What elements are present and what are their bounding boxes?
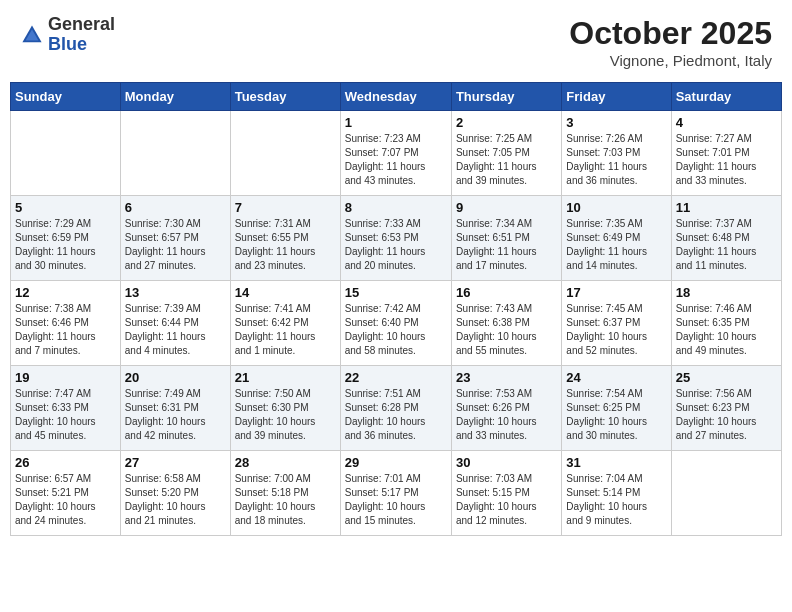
weekday-header: Sunday (11, 83, 121, 111)
weekday-row: SundayMondayTuesdayWednesdayThursdayFrid… (11, 83, 782, 111)
day-number: 16 (456, 285, 557, 300)
calendar-cell: 28Sunrise: 7:00 AM Sunset: 5:18 PM Dayli… (230, 451, 340, 536)
calendar-cell (120, 111, 230, 196)
calendar-cell: 10Sunrise: 7:35 AM Sunset: 6:49 PM Dayli… (562, 196, 671, 281)
day-number: 8 (345, 200, 447, 215)
day-info: Sunrise: 7:33 AM Sunset: 6:53 PM Dayligh… (345, 217, 447, 273)
calendar-cell: 3Sunrise: 7:26 AM Sunset: 7:03 PM Daylig… (562, 111, 671, 196)
day-number: 11 (676, 200, 777, 215)
calendar-cell: 4Sunrise: 7:27 AM Sunset: 7:01 PM Daylig… (671, 111, 781, 196)
calendar-cell: 30Sunrise: 7:03 AM Sunset: 5:15 PM Dayli… (451, 451, 561, 536)
day-number: 28 (235, 455, 336, 470)
calendar-cell: 31Sunrise: 7:04 AM Sunset: 5:14 PM Dayli… (562, 451, 671, 536)
day-number: 20 (125, 370, 226, 385)
day-info: Sunrise: 7:41 AM Sunset: 6:42 PM Dayligh… (235, 302, 336, 358)
calendar-cell: 16Sunrise: 7:43 AM Sunset: 6:38 PM Dayli… (451, 281, 561, 366)
calendar-cell: 13Sunrise: 7:39 AM Sunset: 6:44 PM Dayli… (120, 281, 230, 366)
calendar-cell: 29Sunrise: 7:01 AM Sunset: 5:17 PM Dayli… (340, 451, 451, 536)
day-number: 25 (676, 370, 777, 385)
day-info: Sunrise: 7:54 AM Sunset: 6:25 PM Dayligh… (566, 387, 666, 443)
day-info: Sunrise: 7:30 AM Sunset: 6:57 PM Dayligh… (125, 217, 226, 273)
day-number: 1 (345, 115, 447, 130)
calendar-cell: 15Sunrise: 7:42 AM Sunset: 6:40 PM Dayli… (340, 281, 451, 366)
day-info: Sunrise: 7:34 AM Sunset: 6:51 PM Dayligh… (456, 217, 557, 273)
day-number: 17 (566, 285, 666, 300)
calendar-cell: 22Sunrise: 7:51 AM Sunset: 6:28 PM Dayli… (340, 366, 451, 451)
calendar-cell: 24Sunrise: 7:54 AM Sunset: 6:25 PM Dayli… (562, 366, 671, 451)
day-number: 23 (456, 370, 557, 385)
calendar-cell: 26Sunrise: 6:57 AM Sunset: 5:21 PM Dayli… (11, 451, 121, 536)
calendar-week-row: 26Sunrise: 6:57 AM Sunset: 5:21 PM Dayli… (11, 451, 782, 536)
day-info: Sunrise: 7:51 AM Sunset: 6:28 PM Dayligh… (345, 387, 447, 443)
weekday-header: Thursday (451, 83, 561, 111)
day-info: Sunrise: 7:46 AM Sunset: 6:35 PM Dayligh… (676, 302, 777, 358)
calendar-cell: 25Sunrise: 7:56 AM Sunset: 6:23 PM Dayli… (671, 366, 781, 451)
calendar-cell: 18Sunrise: 7:46 AM Sunset: 6:35 PM Dayli… (671, 281, 781, 366)
calendar-week-row: 12Sunrise: 7:38 AM Sunset: 6:46 PM Dayli… (11, 281, 782, 366)
day-number: 9 (456, 200, 557, 215)
day-number: 5 (15, 200, 116, 215)
day-number: 21 (235, 370, 336, 385)
calendar-cell: 12Sunrise: 7:38 AM Sunset: 6:46 PM Dayli… (11, 281, 121, 366)
day-number: 26 (15, 455, 116, 470)
page-header: General Blue October 2025 Vignone, Piedm… (10, 10, 782, 74)
day-number: 14 (235, 285, 336, 300)
logo: General Blue (20, 15, 115, 55)
calendar-cell: 1Sunrise: 7:23 AM Sunset: 7:07 PM Daylig… (340, 111, 451, 196)
day-info: Sunrise: 6:58 AM Sunset: 5:20 PM Dayligh… (125, 472, 226, 528)
weekday-header: Tuesday (230, 83, 340, 111)
calendar-week-row: 5Sunrise: 7:29 AM Sunset: 6:59 PM Daylig… (11, 196, 782, 281)
day-info: Sunrise: 7:56 AM Sunset: 6:23 PM Dayligh… (676, 387, 777, 443)
day-number: 19 (15, 370, 116, 385)
calendar-cell: 2Sunrise: 7:25 AM Sunset: 7:05 PM Daylig… (451, 111, 561, 196)
day-number: 27 (125, 455, 226, 470)
calendar-cell: 6Sunrise: 7:30 AM Sunset: 6:57 PM Daylig… (120, 196, 230, 281)
day-info: Sunrise: 7:00 AM Sunset: 5:18 PM Dayligh… (235, 472, 336, 528)
calendar-cell: 23Sunrise: 7:53 AM Sunset: 6:26 PM Dayli… (451, 366, 561, 451)
month-title: October 2025 (569, 15, 772, 52)
day-info: Sunrise: 7:53 AM Sunset: 6:26 PM Dayligh… (456, 387, 557, 443)
location-subtitle: Vignone, Piedmont, Italy (569, 52, 772, 69)
calendar-cell: 9Sunrise: 7:34 AM Sunset: 6:51 PM Daylig… (451, 196, 561, 281)
calendar-week-row: 1Sunrise: 7:23 AM Sunset: 7:07 PM Daylig… (11, 111, 782, 196)
calendar-cell: 5Sunrise: 7:29 AM Sunset: 6:59 PM Daylig… (11, 196, 121, 281)
calendar-body: 1Sunrise: 7:23 AM Sunset: 7:07 PM Daylig… (11, 111, 782, 536)
day-info: Sunrise: 7:45 AM Sunset: 6:37 PM Dayligh… (566, 302, 666, 358)
day-number: 18 (676, 285, 777, 300)
day-info: Sunrise: 7:35 AM Sunset: 6:49 PM Dayligh… (566, 217, 666, 273)
logo-blue: Blue (48, 35, 115, 55)
day-info: Sunrise: 7:27 AM Sunset: 7:01 PM Dayligh… (676, 132, 777, 188)
calendar-cell: 7Sunrise: 7:31 AM Sunset: 6:55 PM Daylig… (230, 196, 340, 281)
day-number: 13 (125, 285, 226, 300)
day-number: 6 (125, 200, 226, 215)
calendar-cell: 11Sunrise: 7:37 AM Sunset: 6:48 PM Dayli… (671, 196, 781, 281)
day-info: Sunrise: 7:01 AM Sunset: 5:17 PM Dayligh… (345, 472, 447, 528)
day-number: 12 (15, 285, 116, 300)
day-info: Sunrise: 7:49 AM Sunset: 6:31 PM Dayligh… (125, 387, 226, 443)
weekday-header: Friday (562, 83, 671, 111)
day-info: Sunrise: 7:26 AM Sunset: 7:03 PM Dayligh… (566, 132, 666, 188)
day-info: Sunrise: 6:57 AM Sunset: 5:21 PM Dayligh… (15, 472, 116, 528)
calendar-cell (11, 111, 121, 196)
calendar-cell: 8Sunrise: 7:33 AM Sunset: 6:53 PM Daylig… (340, 196, 451, 281)
title-block: October 2025 Vignone, Piedmont, Italy (569, 15, 772, 69)
day-info: Sunrise: 7:42 AM Sunset: 6:40 PM Dayligh… (345, 302, 447, 358)
day-number: 15 (345, 285, 447, 300)
calendar-cell: 21Sunrise: 7:50 AM Sunset: 6:30 PM Dayli… (230, 366, 340, 451)
calendar-cell (671, 451, 781, 536)
calendar-table: SundayMondayTuesdayWednesdayThursdayFrid… (10, 82, 782, 536)
day-number: 2 (456, 115, 557, 130)
weekday-header: Wednesday (340, 83, 451, 111)
day-info: Sunrise: 7:50 AM Sunset: 6:30 PM Dayligh… (235, 387, 336, 443)
day-number: 30 (456, 455, 557, 470)
logo-text: General Blue (48, 15, 115, 55)
day-info: Sunrise: 7:25 AM Sunset: 7:05 PM Dayligh… (456, 132, 557, 188)
day-info: Sunrise: 7:38 AM Sunset: 6:46 PM Dayligh… (15, 302, 116, 358)
day-info: Sunrise: 7:23 AM Sunset: 7:07 PM Dayligh… (345, 132, 447, 188)
day-number: 4 (676, 115, 777, 130)
calendar-cell: 14Sunrise: 7:41 AM Sunset: 6:42 PM Dayli… (230, 281, 340, 366)
day-info: Sunrise: 7:43 AM Sunset: 6:38 PM Dayligh… (456, 302, 557, 358)
day-number: 29 (345, 455, 447, 470)
day-number: 22 (345, 370, 447, 385)
day-info: Sunrise: 7:03 AM Sunset: 5:15 PM Dayligh… (456, 472, 557, 528)
